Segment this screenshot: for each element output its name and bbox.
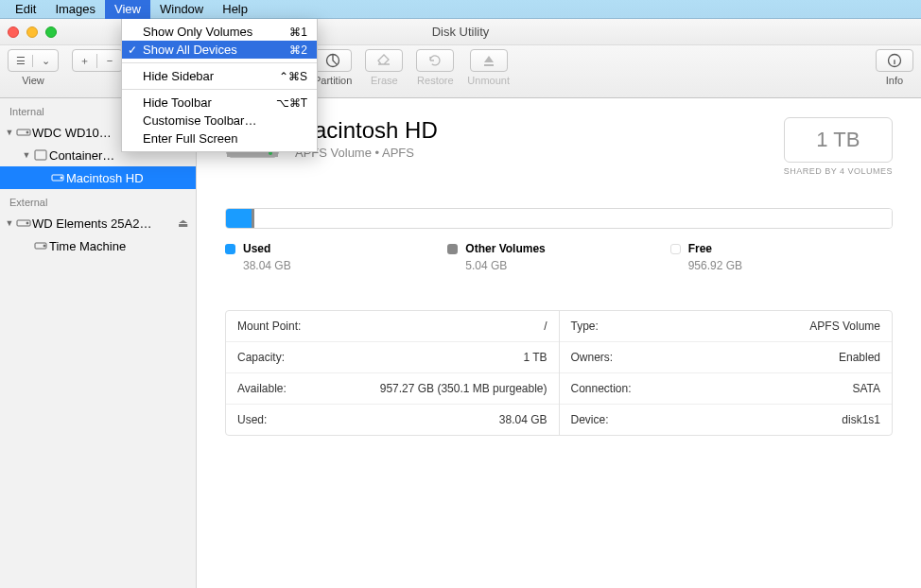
detail-row-connection: Connection:SATA [560,372,893,404]
usage-segment-free [254,209,892,228]
detail-value: / [544,320,547,333]
details-left-column: Mount Point:/ Capacity:1 TB Available:95… [226,311,560,435]
detail-value: Enabled [839,351,880,364]
restore-icon [427,53,443,68]
info-icon [887,53,902,68]
disclosure-triangle-icon[interactable]: ▼ [21,150,32,160]
detail-value: APFS Volume [809,320,880,333]
svg-point-9 [26,222,28,224]
sidebar-item-label: Time Machine [49,239,190,253]
detail-row-used: Used:38.04 GB [226,404,559,435]
pie-icon [325,53,340,68]
menu-window[interactable]: Window [150,0,213,19]
menuitem-hide-toolbar[interactable]: Hide Toolbar ⌥⌘T [122,94,317,112]
detail-key: Device: [571,413,609,426]
tool-label: Unmount [467,75,510,86]
volume-add-remove-button[interactable]: ＋ − [72,49,123,72]
detail-value: SATA [852,382,880,395]
tool-partition: Partition [314,49,352,86]
legend-free: Free 956.92 GB [670,242,893,272]
detail-key: Connection: [571,382,632,395]
menuitem-label: Enter Full Screen [143,131,237,146]
details-table: Mount Point:/ Capacity:1 TB Available:95… [225,310,893,436]
tool-label: Erase [371,75,398,86]
volume-icon [32,240,49,251]
detail-row-owners: Owners:Enabled [560,341,893,372]
tool-label: View [22,75,44,86]
tool-label: Partition [314,75,352,86]
sidebar-item-external-drive[interactable]: ▼ WD Elements 25A2… ⏏ [0,212,196,234]
detail-key: Used: [237,413,267,426]
legend-value: 956.92 GB [688,259,893,272]
content: Internal ▼ WDC WD10… ▼ Container… Macint… [0,98,921,588]
swatch-other [447,244,458,254]
menuitem-show-all-devices[interactable]: Show All Devices ⌘2 [122,41,317,59]
menu-edit[interactable]: Edit [6,0,45,19]
detail-value: 38.04 GB [499,413,547,426]
detail-row-device: Device:disk1s1 [560,404,893,435]
unmount-button[interactable] [470,49,508,72]
view-mode-button[interactable]: ☰ ⌄ [8,49,59,72]
swatch-free [670,244,681,254]
legend-other: Other Volumes 5.04 GB [447,242,669,272]
tool-volume: ＋ − Volume [72,49,123,86]
legend-label: Free [688,242,712,255]
menuitem-label: Show All Devices [143,43,237,57]
menuitem-customise-toolbar[interactable]: Customise Toolbar… [122,112,317,130]
tool-unmount: Unmount [467,49,510,86]
sidebar-icon: ☰ [16,55,26,67]
usage-segment-used [226,209,252,228]
erase-button[interactable] [365,49,403,72]
menubar: Edit Images View Window Help [0,0,921,19]
sidebar-item-label: Macintosh HD [66,171,190,185]
sidebar-item-label: WD Elements 25A2… [32,216,176,231]
detail-key: Capacity: [237,351,285,364]
disclosure-triangle-icon[interactable]: ▼ [4,128,15,137]
menu-separator [122,89,317,90]
menuitem-label: Hide Toolbar [143,95,212,110]
volume-icon [49,172,66,183]
external-drive-icon [15,217,32,229]
info-button[interactable] [876,49,913,72]
sidebar: Internal ▼ WDC WD10… ▼ Container… Macint… [0,98,197,588]
erase-icon [375,54,392,67]
detail-row-available: Available:957.27 GB (350.1 MB purgeable) [226,372,559,404]
container-icon [32,149,49,161]
detail-row-type: Type:APFS Volume [560,311,893,341]
detail-row-capacity: Capacity:1 TB [226,341,559,372]
menu-help[interactable]: Help [213,0,257,19]
legend-label: Used [243,242,270,255]
tool-erase: Erase [365,49,403,86]
disclosure-triangle-icon[interactable]: ▼ [4,218,15,228]
menuitem-hide-sidebar[interactable]: Hide Sidebar ⌃⌘S [122,67,317,85]
menuitem-label: Customise Toolbar… [143,113,256,128]
eject-icon[interactable]: ⏏ [176,216,190,230]
menuitem-shortcut: ⌘2 [289,43,307,57]
size-box-wrap: 1 TB SHARED BY 4 VOLUMES [784,117,893,176]
tool-label: Restore [417,75,454,86]
restore-button[interactable] [416,49,454,72]
menuitem-shortcut: ⌃⌘S [279,70,307,83]
menuitem-shortcut: ⌘1 [289,26,307,39]
sidebar-item-time-machine[interactable]: Time Machine [0,234,196,257]
menu-images[interactable]: Images [45,0,105,19]
volume-header: Macintosh HD APFS Volume • APFS 1 TB SHA… [225,117,893,176]
harddrive-icon [15,127,32,138]
detail-key: Available: [237,382,287,395]
tool-info: Info [876,49,913,86]
menuitem-show-only-volumes[interactable]: Show Only Volumes ⌘1 [122,23,317,41]
legend-value: 38.04 GB [243,259,447,272]
eject-icon [482,54,495,67]
sidebar-item-macintosh-hd[interactable]: Macintosh HD [0,166,196,189]
menu-view[interactable]: View [105,0,150,19]
svg-rect-5 [35,150,46,160]
usage-legend: Used 38.04 GB Other Volumes 5.04 GB Free… [225,242,893,272]
legend-used: Used 38.04 GB [225,242,447,272]
menuitem-enter-full-screen[interactable]: Enter Full Screen [122,130,317,147]
partition-button[interactable] [314,49,352,72]
details-right-column: Type:APFS Volume Owners:Enabled Connecti… [560,311,893,435]
sidebar-heading-external: External [0,189,196,212]
minus-icon: − [107,55,113,66]
detail-key: Type: [571,320,599,333]
swatch-used [225,244,235,254]
